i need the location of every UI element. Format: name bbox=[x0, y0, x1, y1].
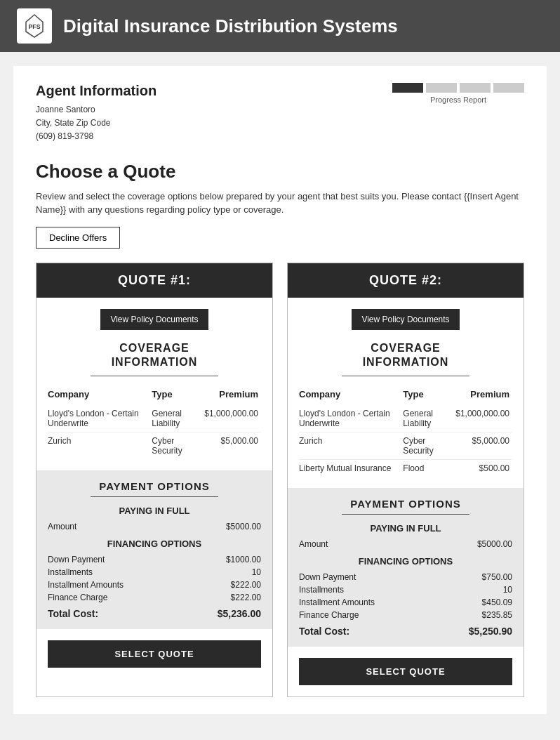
col-type-1: Type bbox=[152, 386, 204, 405]
quote-1-body: View Policy Documents COVERAGEINFORMATIO… bbox=[36, 298, 272, 471]
payment-title-2: PAYMENT OPTIONS bbox=[299, 498, 512, 510]
premium-cell: $5,000.00 bbox=[204, 432, 261, 460]
select-quote-button-2[interactable]: SELECT QUOTE bbox=[299, 658, 512, 685]
company-cell: Zurich bbox=[48, 432, 152, 460]
down-payment-row-1: Down Payment $1000.00 bbox=[48, 555, 261, 564]
select-quote-button-1[interactable]: SELECT QUOTE bbox=[48, 640, 261, 668]
coverage-table-1: Company Type Premium Lloyd's London - Ce… bbox=[48, 386, 261, 459]
quote-card-2: QUOTE #2: View Policy Documents COVERAGE… bbox=[287, 263, 524, 698]
installments-row-2: Installments 10 bbox=[299, 585, 512, 595]
coverage-divider-1 bbox=[91, 376, 218, 376]
main-content: Agent Information Joanne Santoro City, S… bbox=[13, 66, 547, 714]
agent-phone: (609) 819-3798 bbox=[36, 130, 156, 143]
financing-title-1: FINANCING OPTIONS bbox=[48, 539, 261, 549]
agent-name: Joanne Santoro bbox=[36, 103, 156, 117]
decline-offers-button[interactable]: Decline Offers bbox=[36, 227, 120, 249]
company-cell: Lloyd's London - Certain Underwrite bbox=[48, 405, 152, 432]
agent-info: Agent Information Joanne Santoro City, S… bbox=[36, 83, 156, 144]
type-cell: Cyber Security bbox=[403, 432, 455, 460]
down-payment-value-1: $1000.00 bbox=[226, 555, 261, 564]
col-company-1: Company bbox=[48, 386, 152, 405]
total-value-2: $5,250.90 bbox=[469, 626, 512, 637]
finance-charge-label-2: Finance Charge bbox=[299, 610, 359, 620]
installment-amounts-row-1: Installment Amounts $222.00 bbox=[48, 580, 261, 590]
agent-section: Agent Information Joanne Santoro City, S… bbox=[36, 83, 524, 144]
total-label-1: Total Cost: bbox=[48, 608, 98, 619]
type-cell: Cyber Security bbox=[152, 432, 204, 460]
progress-bar-1 bbox=[392, 83, 423, 93]
coverage-title-2: COVERAGEINFORMATION bbox=[299, 341, 512, 371]
quote-2-header: QUOTE #2: bbox=[288, 263, 524, 298]
amount-row-1: Amount $5000.00 bbox=[48, 522, 261, 531]
installment-amounts-value-1: $222.00 bbox=[231, 580, 261, 590]
quotes-container: QUOTE #1: View Policy Documents COVERAGE… bbox=[36, 263, 524, 698]
amount-label-1: Amount bbox=[48, 522, 76, 531]
amount-label-2: Amount bbox=[299, 539, 328, 549]
amount-value-2: $5000.00 bbox=[477, 539, 512, 549]
premium-cell: $500.00 bbox=[455, 460, 512, 477]
company-cell: Zurich bbox=[299, 432, 403, 460]
view-policy-button-1[interactable]: View Policy Documents bbox=[100, 309, 208, 330]
total-label-2: Total Cost: bbox=[299, 626, 349, 637]
total-row-2: Total Cost: $5,250.90 bbox=[299, 626, 512, 637]
finance-charge-row-2: Finance Charge $235.85 bbox=[299, 610, 512, 620]
installments-label-2: Installments bbox=[299, 585, 344, 595]
company-cell: Lloyd's London - Certain Underwrite bbox=[299, 405, 403, 432]
coverage-divider-2 bbox=[342, 376, 469, 376]
down-payment-value-2: $750.00 bbox=[482, 572, 512, 582]
installments-row-1: Installments 10 bbox=[48, 567, 261, 577]
col-premium-2: Premium bbox=[455, 386, 512, 405]
choose-quote-section: Choose a Quote Review and select the cov… bbox=[36, 161, 524, 249]
finance-charge-value-2: $235.85 bbox=[482, 610, 512, 620]
installment-amounts-label-1: Installment Amounts bbox=[48, 580, 124, 590]
installments-value-2: 10 bbox=[503, 585, 512, 595]
amount-row-2: Amount $5000.00 bbox=[299, 539, 512, 549]
payment-section-2: PAYMENT OPTIONS PAYING IN FULL Amount $5… bbox=[288, 488, 524, 647]
premium-cell: $1,000,000.00 bbox=[204, 405, 261, 432]
type-cell: Flood bbox=[403, 460, 455, 477]
agent-address: City, State Zip Code bbox=[36, 117, 156, 130]
agent-section-title: Agent Information bbox=[36, 83, 156, 99]
installments-value-1: 10 bbox=[252, 567, 261, 577]
amount-value-1: $5000.00 bbox=[226, 522, 261, 531]
finance-charge-row-1: Finance Charge $222.00 bbox=[48, 593, 261, 602]
paying-full-title-1: PAYING IN FULL bbox=[48, 506, 261, 516]
table-row: Liberty Mutual Insurance Flood $500.00 bbox=[299, 460, 512, 477]
company-cell: Liberty Mutual Insurance bbox=[299, 460, 403, 477]
table-row: Lloyd's London - Certain Underwrite Gene… bbox=[299, 405, 512, 432]
payment-section-1: PAYMENT OPTIONS PAYING IN FULL Amount $5… bbox=[36, 470, 272, 629]
quote-card-1: QUOTE #1: View Policy Documents COVERAGE… bbox=[36, 263, 273, 698]
payment-divider-2 bbox=[342, 514, 469, 515]
col-premium-1: Premium bbox=[204, 386, 261, 405]
col-company-2: Company bbox=[299, 386, 403, 405]
coverage-table-2: Company Type Premium Lloyd's London - Ce… bbox=[299, 386, 512, 477]
app-header: PFS Digital Insurance Distribution Syste… bbox=[0, 0, 560, 52]
view-policy-button-2[interactable]: View Policy Documents bbox=[352, 309, 459, 330]
total-value-1: $5,236.00 bbox=[218, 608, 261, 619]
choose-quote-description: Review and select the coverage options b… bbox=[36, 190, 524, 217]
progress-bars bbox=[392, 83, 524, 93]
progress-bar-4 bbox=[493, 83, 524, 93]
payment-divider-1 bbox=[91, 496, 218, 497]
table-row: Zurich Cyber Security $5,000.00 bbox=[299, 432, 512, 460]
col-type-2: Type bbox=[403, 386, 455, 405]
progress-section: Progress Report bbox=[392, 83, 524, 104]
type-cell: General Liability bbox=[152, 405, 204, 432]
table-row: Lloyd's London - Certain Underwrite Gene… bbox=[48, 405, 261, 432]
finance-charge-value-1: $222.00 bbox=[231, 593, 261, 602]
choose-quote-title: Choose a Quote bbox=[36, 161, 524, 183]
premium-cell: $5,000.00 bbox=[455, 432, 512, 460]
progress-bar-3 bbox=[460, 83, 491, 93]
app-title: Digital Insurance Distribution Systems bbox=[63, 15, 398, 37]
down-payment-row-2: Down Payment $750.00 bbox=[299, 572, 512, 582]
type-cell: General Liability bbox=[403, 405, 455, 432]
table-row: Zurich Cyber Security $5,000.00 bbox=[48, 432, 261, 460]
svg-text:PFS: PFS bbox=[28, 23, 40, 30]
progress-label: Progress Report bbox=[392, 95, 524, 104]
paying-full-title-2: PAYING IN FULL bbox=[299, 523, 512, 534]
installments-label-1: Installments bbox=[48, 567, 93, 577]
quote-1-header: QUOTE #1: bbox=[36, 263, 272, 298]
progress-bar-2 bbox=[426, 83, 457, 93]
quote-2-body: View Policy Documents COVERAGEINFORMATIO… bbox=[288, 298, 524, 489]
financing-title-2: FINANCING OPTIONS bbox=[299, 556, 512, 567]
